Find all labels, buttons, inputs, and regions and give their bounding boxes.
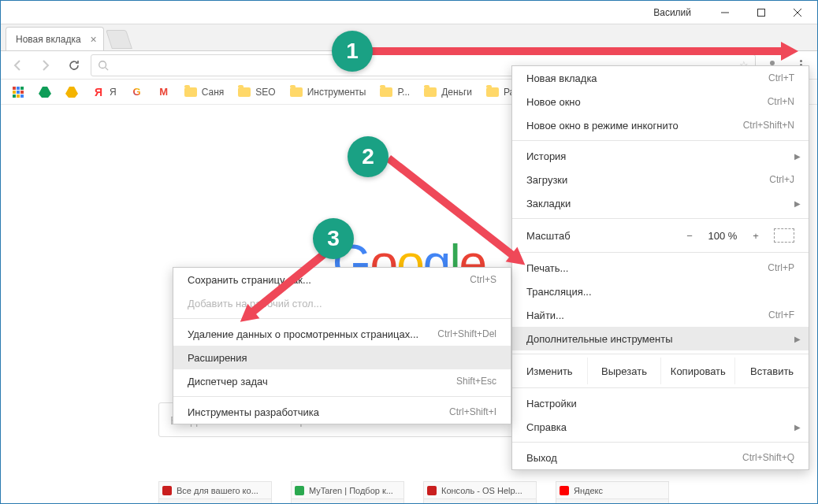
bookmark-icon	[380, 86, 392, 98]
menu-separator	[512, 387, 809, 388]
bookmark-item[interactable]: Саня	[180, 84, 229, 100]
bookmark-label: Я	[110, 87, 117, 98]
annotation-callout-3: 3	[313, 218, 354, 259]
minimize-button[interactable]	[707, 1, 743, 24]
menu-separator	[512, 218, 809, 219]
bookmark-icon	[65, 86, 78, 98]
svg-rect-1	[758, 9, 765, 16]
menu-item-label: Загрузки	[526, 174, 567, 186]
menu-item[interactable]: Удаление данных о просмотренных страница…	[173, 322, 511, 346]
menu-item[interactable]: Новое окно в режиме инкогнитоCtrl+Shift+…	[512, 113, 809, 137]
menu-item[interactable]: Дополнительные инструменты▶	[512, 327, 809, 350]
bookmark-item[interactable]	[61, 84, 83, 100]
menu-item-label: Печать...	[526, 262, 568, 274]
menu-item-shortcut: Ctrl+Shift+I	[449, 406, 496, 417]
reload-button[interactable]	[62, 54, 86, 77]
submenu-arrow-icon: ▶	[794, 152, 801, 161]
tab-title: Новая вкладка	[16, 34, 81, 45]
bookmark-item[interactable]	[7, 84, 29, 100]
menu-item: Добавить на рабочий стол...	[173, 291, 511, 315]
menu-item[interactable]: Трансляция...	[512, 280, 809, 303]
thumb-label: Яндекс	[574, 486, 603, 495]
bookmark-item[interactable]: SEO	[233, 84, 280, 100]
back-button[interactable]	[6, 54, 29, 77]
bookmark-item[interactable]: Инструменты	[285, 84, 371, 100]
menu-item[interactable]: ВыходCtrl+Shift+Q	[512, 446, 809, 469]
menu-item[interactable]: Сохранить страницу как...Ctrl+S	[173, 268, 511, 291]
bookmark-item[interactable]: Р...	[375, 84, 415, 100]
menu-separator	[512, 442, 809, 443]
bookmark-item[interactable]: M	[153, 84, 175, 100]
menu-item-shortcut: Ctrl+T	[768, 72, 794, 83]
menu-item[interactable]: Закладки▶	[512, 191, 809, 215]
bookmark-icon: G	[131, 86, 143, 98]
menu-separator	[512, 140, 809, 141]
menu-item[interactable]: История▶	[512, 144, 809, 168]
svg-line-5	[106, 67, 109, 70]
copy-button[interactable]: Копировать	[660, 358, 734, 384]
forward-button[interactable]	[34, 54, 58, 77]
menu-item-label: Диспетчер задач	[188, 376, 268, 387]
menu-item-shortcut: Ctrl+N	[768, 96, 794, 107]
main-menu: Новая вкладкаCtrl+TНовое окноCtrl+NНовое…	[511, 65, 809, 470]
bookmark-item[interactable]	[34, 84, 56, 100]
bookmark-icon: Я	[92, 86, 105, 98]
paste-button[interactable]: Вставить	[734, 358, 809, 384]
tab-close-icon[interactable]: ×	[91, 33, 97, 46]
browser-window: Василий Новая вкладка × ☆	[0, 0, 818, 504]
menu-item[interactable]: Найти...Ctrl+F	[512, 303, 809, 327]
thumb-label: Консоль - OS Help...	[441, 486, 522, 495]
menu-item[interactable]: Справка▶	[512, 415, 809, 439]
menu-item-label: Новая вкладка	[526, 72, 597, 84]
menu-separator	[173, 396, 511, 397]
menu-item-label: Удаление данных о просмотренных страница…	[188, 328, 418, 340]
thumbnail[interactable]: Все для вашего ко...	[158, 481, 272, 504]
menu-item-label: Выход	[526, 452, 557, 464]
new-tab-button[interactable]	[106, 30, 132, 49]
menu-item[interactable]: Новая вкладкаCtrl+T	[512, 66, 809, 90]
thumb-label: MyTaren | Подбор к...	[309, 486, 393, 495]
svg-point-4	[99, 61, 106, 68]
menu-item-label: Справка	[526, 421, 567, 433]
menu-item[interactable]: ЗагрузкиCtrl+J	[512, 168, 809, 191]
menu-item[interactable]: Диспетчер задачShift+Esc	[173, 369, 511, 393]
bookmark-item[interactable]: Деньги	[419, 84, 477, 100]
menu-item-label: Инструменты разработчика	[188, 406, 319, 418]
annotation-callout-1: 1	[332, 31, 373, 72]
submenu-arrow-icon: ▶	[794, 423, 801, 432]
svg-marker-7	[39, 87, 51, 98]
more-tools-submenu: Сохранить страницу как...Ctrl+SДобавить …	[173, 267, 511, 424]
bookmark-label: Деньги	[441, 87, 472, 98]
thumbnail[interactable]: MyTaren | Подбор к...	[291, 481, 404, 504]
thumbnail[interactable]: Консоль - OS Help...	[423, 481, 537, 504]
search-icon	[98, 60, 109, 71]
menu-item[interactable]: Печать...Ctrl+P	[512, 256, 809, 280]
tab-new-tab[interactable]: Новая вкладка ×	[6, 27, 104, 50]
menu-item-label: Новое окно в режиме инкогнито	[526, 120, 679, 132]
user-name: Василий	[653, 7, 691, 18]
menu-item[interactable]: Новое окноCtrl+N	[512, 90, 809, 113]
submenu-arrow-icon: ▶	[794, 199, 801, 208]
cut-button[interactable]: Вырезать	[587, 358, 661, 384]
menu-item[interactable]: Расширения	[173, 346, 511, 369]
bookmark-icon	[12, 86, 24, 98]
zoom-out-button[interactable]: −	[678, 230, 701, 242]
zoom-in-button[interactable]: +	[744, 230, 768, 242]
bookmark-icon	[290, 86, 303, 98]
maximize-button[interactable]	[743, 1, 779, 24]
bookmark-icon	[39, 86, 51, 98]
bookmark-icon: M	[158, 86, 170, 98]
bookmark-item[interactable]: ЯЯ	[87, 84, 121, 100]
menu-item-label: Найти...	[526, 309, 564, 321]
thumbnail[interactable]: Яндекс	[556, 481, 669, 504]
menu-item-label: Новое окно	[526, 96, 581, 108]
bookmark-label: Саня	[202, 87, 225, 98]
edit-label: Изменить	[512, 365, 587, 377]
menu-item[interactable]: Инструменты разработчикаCtrl+Shift+I	[173, 400, 511, 424]
bookmark-item[interactable]: G	[126, 84, 148, 100]
menu-item[interactable]: Настройки	[512, 391, 809, 415]
fullscreen-button[interactable]	[774, 228, 794, 243]
title-bar: Василий	[1, 1, 817, 24]
menu-item-shortcut: Ctrl+Shift+Del	[437, 328, 496, 339]
close-button[interactable]	[779, 1, 816, 24]
